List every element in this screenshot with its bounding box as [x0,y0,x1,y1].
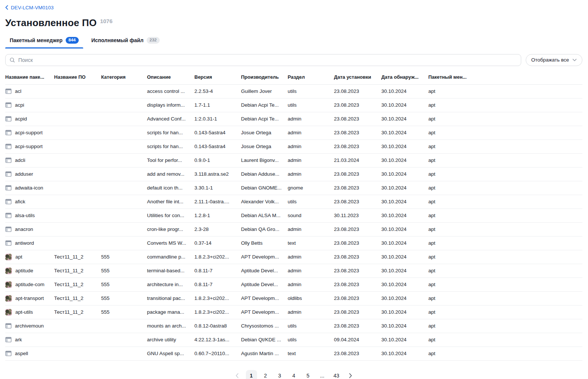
cell-manager: apt [428,167,582,181]
cell-installed: 23.08.2023 [334,181,381,195]
package-window-icon [5,157,12,163]
pagination: 12345...43 [5,370,582,379]
cell-software [54,153,101,167]
package-name: aspell [15,351,28,356]
cell-version: 0.37-14 [194,236,241,250]
app-image-icon [5,295,12,302]
package-name: archivemoun [15,323,44,329]
package-window-icon [5,323,12,329]
cell-installed: 23.08.2023 [334,140,381,153]
cell-version: 0.143-5astra4 [194,126,241,140]
table-row[interactable]: apt-transportТест11_11_2555transitional … [5,291,582,305]
column-header-8[interactable]: Дата установки [334,73,381,85]
cell-version: 1.7-1.1 [194,98,241,112]
package-name: ark [15,337,22,342]
cell-installed: 23.08.2023 [334,236,381,250]
package-name: aptitude [15,268,33,273]
cell-category [101,98,147,112]
package-name-cell: acl [5,85,50,98]
table-row[interactable]: acpi-supportscripts for han...0.143-5ast… [5,140,582,153]
cell-section: sound [288,209,334,222]
pagination-page-43[interactable]: 43 [331,370,342,379]
column-header-3[interactable]: Категория [101,73,147,85]
package-name-cell: adcli [5,154,50,167]
breadcrumb-back-link[interactable]: DEV-LCM-VM0103 [5,5,54,10]
cell-installed: 23.08.2023 [334,278,381,291]
column-header-10[interactable]: Пакетный мен... [428,73,582,85]
table-row[interactable]: adcliTool for perfor...0.9.0-1Laurent Bi… [5,153,582,167]
column-header-7[interactable]: Раздел [288,73,334,85]
cell-software [54,84,101,98]
table-row[interactable]: antiwordConverts MS W...0.37-14Olly Bett… [5,236,582,250]
cell-section: utils [288,84,334,98]
package-name-cell: ark [5,333,50,347]
package-window-icon [5,102,12,108]
cell-installed: 23.08.2023 [334,98,381,112]
table-row[interactable]: afickAnother file int...2.11.1-0astra...… [5,195,582,209]
total-count: 1076 [100,18,112,24]
display-filter-dropdown[interactable]: Отображать все [526,54,582,66]
toolbar: Отображать все [5,54,582,66]
table-row[interactable]: acpidisplays inform...1.7-1.1Debian Acpi… [5,98,582,112]
package-window-icon [5,336,12,343]
cell-category: 555 [101,305,147,319]
table-row[interactable]: adwaita-icondefault icon th...3.30.1-1De… [5,181,582,195]
cell-category [101,167,147,181]
cell-installed: 21.03.2024 [334,153,381,167]
cell-manager: apt [428,278,582,291]
column-header-5[interactable]: Версия [194,73,241,85]
pagination-page-4[interactable]: 4 [288,370,300,379]
pagination-ellipsis: ... [317,370,328,379]
table-row[interactable]: adduseradd and remov...3.118.astra.se2De… [5,167,582,181]
table-row[interactable]: aptitude-comТест11_11_2555architecture i… [5,278,582,291]
cell-installed: 23.08.2023 [334,264,381,278]
package-name-cell: apt [5,250,50,264]
tab-executable-file[interactable]: Исполняемый файл 232 [87,35,164,48]
chevron-right-icon [349,373,352,378]
cell-software: Тест11_11_2 [54,278,101,291]
column-header-2[interactable]: Название ПО [54,73,101,85]
column-header-4[interactable]: Описание [147,73,194,85]
package-name-cell: acpid [5,112,50,126]
search-box[interactable] [5,54,521,66]
table-row[interactable]: aptТест11_11_2555commandline p...1.8.2.3… [5,250,582,264]
table-row[interactable]: aspellGNU Aspell sp...0.60.7~20110...Agu… [5,347,582,360]
table-row[interactable]: anacroncron-like progr...2.3-28Debian QA… [5,222,582,236]
pagination-prev-button[interactable] [232,370,243,379]
cell-discovered: 30.10.2024 [381,333,428,347]
table-row[interactable]: acpidAdvanced Conf...1:2.0.31-1Debian Ac… [5,112,582,126]
tab-package-manager[interactable]: Пакетный менеджер 844 [5,35,83,48]
table-row[interactable]: acpi-supportscripts for han...0.143-5ast… [5,126,582,140]
cell-vendor: Debian Acpi Te... [241,112,288,126]
cell-description: terminal-based... [147,264,194,278]
package-window-icon [5,116,12,122]
cell-description: Advanced Conf... [147,112,194,126]
pagination-next-button[interactable] [345,370,356,379]
package-name-cell: aptitude [5,264,50,278]
cell-manager: apt [428,319,582,333]
cell-manager: apt [428,140,582,153]
cell-manager: apt [428,98,582,112]
column-header-1[interactable]: Название паке... [5,73,54,85]
search-input[interactable] [18,57,517,63]
cell-category [101,209,147,222]
column-header-9[interactable]: Дата обнаруж... [381,73,428,85]
package-name: aptitude-com [15,282,44,287]
package-window-icon [5,143,12,150]
pagination-page-5[interactable]: 5 [303,370,314,379]
table-row[interactable]: archivemounmounts an arch...0.8.12-0astr… [5,319,582,333]
table-row[interactable]: apt-utilsТест11_11_2555package mana...1.… [5,305,582,319]
package-name: apt-transport [15,295,44,301]
table-row[interactable]: alsa-utilsUtilities for con...1.2.8-1Deb… [5,209,582,222]
cell-software [54,236,101,250]
cell-section: admin [288,126,334,140]
pagination-page-1[interactable]: 1 [246,370,257,379]
table-row[interactable]: aclaccess control ...2.2.53-4Guillem Jov… [5,84,582,98]
pagination-page-2[interactable]: 2 [260,370,271,379]
table-row[interactable]: arkarchive utility4:22.12.3-1as...Debian… [5,333,582,347]
cell-discovered: 30.10.2024 [381,264,428,278]
table-row[interactable]: aptitudeТест11_11_2555terminal-based...0… [5,264,582,278]
column-header-6[interactable]: Производитель [241,73,288,85]
pagination-page-3[interactable]: 3 [274,370,285,379]
package-window-icon [5,240,12,246]
